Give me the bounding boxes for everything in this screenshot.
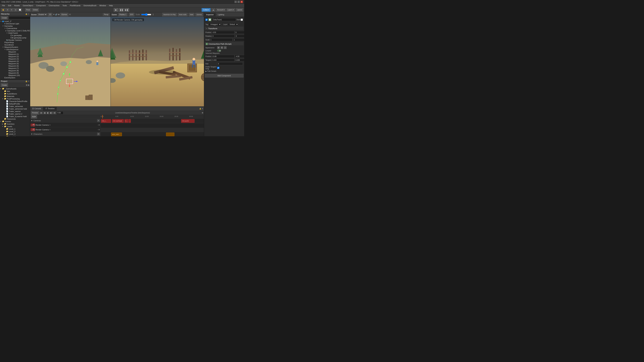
object-active-checkbox[interactable] [206, 18, 208, 21]
scene-view-area[interactable] [30, 17, 110, 106]
project-item-lv2a[interactable]: 📁 Level_2 [0, 130, 30, 133]
project-item-trailer_warrior2[interactable]: 📄 Trailer_warrior 2 [0, 112, 30, 115]
play-button[interactable]: ▶ [114, 8, 118, 12]
pivot-button[interactable]: Pivot [25, 8, 31, 12]
project-item-trailer_alch[interactable]: 📄 Trailer_alchemist [0, 105, 30, 108]
hierarchy-item-dolly1[interactable]: ▶ Gameplay Level 1 Dolly RO [0, 30, 30, 32]
hierarchy-item-wp5[interactable]: Waypoint (5) [0, 62, 30, 65]
hierarchy-item-gameplay[interactable]: ▼ Gameplay [0, 25, 30, 27]
timeline-settings-icon[interactable]: ⚙ [202, 112, 203, 114]
prefer-tangent-checkbox[interactable] [217, 67, 219, 69]
project-item-postprocessing[interactable]: ▼ 📁 PostProcessing [0, 98, 30, 100]
hierarchy-item-wp1[interactable]: Waypoint (1) [0, 53, 30, 55]
move-tool[interactable]: ✛ [6, 8, 10, 12]
tangent-x-field[interactable] [212, 58, 234, 62]
hierarchy-item-wp7[interactable]: Waypoint (7) [0, 67, 30, 70]
menu-item-file[interactable]: File [1, 4, 6, 7]
hierarchy-item-wpsystem[interactable]: ▼ WaypointSystem [0, 46, 30, 48]
step-button[interactable]: ▶❚ [124, 8, 129, 12]
menu-item-edit[interactable]: Edit [7, 4, 12, 7]
project-grid-icon[interactable]: ⊞ [28, 84, 29, 86]
menu-item-gameobject[interactable]: GameObject [22, 4, 34, 7]
menu-item-window[interactable]: Window [98, 4, 107, 7]
console-tab[interactable]: ☰ Console [30, 107, 43, 110]
hierarchy-item-playerninja[interactable]: PlayerNinja [0, 41, 30, 44]
project-item-audiomixers[interactable]: 📁 AudioMixers [0, 92, 30, 95]
hierarchy-item-cmgameplay[interactable]: Cm gameplay [0, 34, 30, 36]
menu-item-geometrybrush[interactable]: GeometryBrush [82, 4, 98, 7]
collab-button[interactable]: Collab ▾ [202, 8, 211, 12]
preview-button[interactable]: Preview [31, 111, 39, 115]
project-item-defaultprofile[interactable]: 📄 DefaultProfile [0, 102, 30, 105]
appearance-btn3[interactable]: ○ [224, 46, 226, 49]
layout-button[interactable]: Layout [236, 8, 243, 12]
maximize-button[interactable]: □ [238, 1, 240, 3]
looped-checkbox[interactable] [217, 50, 221, 52]
characters-section[interactable]: ▼ Characters + [30, 132, 100, 136]
hierarchy-create-button[interactable]: Create [1, 16, 8, 20]
hierarchy-item-debuglauncher[interactable]: DebugLauncher [0, 79, 30, 79]
timeline-time-input[interactable] [57, 112, 64, 114]
cloud-button[interactable]: ☁ [211, 8, 215, 12]
clip-cm-push2[interactable]: CM push2 [181, 119, 194, 123]
project-item-ads[interactable]: 📁 Ads [0, 90, 30, 92]
mute-audio-button[interactable]: Mute Audio [178, 13, 188, 16]
menu-icon[interactable]: ≡ [28, 13, 29, 15]
project-item-charselect[interactable]: 📄 CharacterSelectProfile [0, 100, 30, 102]
static-checkbox[interactable] [241, 18, 243, 21]
menu-item-pixelwizards[interactable]: PixelWizards [68, 4, 82, 7]
menu-item-help[interactable]: Help [108, 4, 114, 7]
appearance-btn1[interactable]: ⊞ [217, 46, 220, 49]
project-item-trailer_warrior_hold[interactable]: 📄 Trailer_6j warrior hold [0, 115, 30, 118]
hierarchy-item-wp2[interactable]: Waypoint (2) [0, 55, 30, 58]
scale-slider[interactable] [141, 13, 151, 16]
scene-fx-icon[interactable]: ⊕ [58, 14, 60, 16]
pos-x-field[interactable] [212, 31, 234, 34]
project-menu-icon[interactable]: ≡ [28, 80, 29, 82]
hierarchy-item-level1[interactable]: ▼ 🔷 Level_1* [0, 20, 30, 22]
timeline-tab[interactable]: ⏱ Timeline [43, 107, 57, 110]
project-item-trailer_warrior[interactable]: 📄 Trailer_warrior [0, 110, 30, 112]
hierarchy-item-wp10[interactable]: Waypoint (10) [0, 74, 30, 76]
hierarchy-item-soundtrack[interactable]: Soundtrack [0, 44, 30, 46]
project-item-lv4a[interactable]: 📁 Level_4 [0, 135, 30, 136]
timeline-prev-frame[interactable]: ◀ [43, 112, 46, 114]
clip-cm-c[interactable]: C... [124, 119, 128, 123]
path-details-row[interactable]: ▶ Path Details [205, 70, 244, 72]
hierarchy-item-rendercam[interactable]: 📷 Render Camera [0, 39, 30, 41]
hierarchy-item-dollytrack1[interactable]: ▼ DollyTrack1 [0, 32, 30, 34]
lock-icon-timeline[interactable]: 🔒 [199, 108, 201, 110]
add-component-button[interactable]: Add Component [205, 74, 244, 78]
project-item-gameassets[interactable]: ▼ 📁 _GameAssets [0, 88, 30, 90]
hierarchy-item-wp9[interactable]: Waypoint (9) [0, 72, 30, 74]
display-button[interactable]: Display 1 [118, 13, 128, 16]
minimize-button[interactable]: ─ [234, 1, 237, 3]
project-item-scenes[interactable]: ▼ 📁 Scenes [0, 120, 30, 122]
clip-audio-2[interactable] [166, 132, 174, 136]
track-binding-icon-2[interactable]: ⊙ [49, 129, 51, 130]
project-item-resources[interactable]: 📁 Resources [0, 118, 30, 120]
project-create-button[interactable]: Create [1, 83, 8, 87]
global-button[interactable]: Global [32, 8, 39, 12]
scale-x-field[interactable] [210, 38, 232, 41]
project-item-lv3a[interactable]: 📁 Level_3 [0, 133, 30, 135]
hierarchy-item-introsequence[interactable]: ▼ IntroSequence [0, 48, 30, 51]
tangent-y-field[interactable] [235, 58, 244, 62]
roll-field[interactable] [217, 62, 243, 65]
pos-y-field[interactable] [235, 31, 244, 34]
appearance-btn2[interactable]: ● [220, 46, 223, 49]
cinemachine-section[interactable]: C Cinemachine Path (Script) [205, 42, 244, 46]
close-button[interactable]: ✕ [240, 1, 243, 3]
rect-tool[interactable]: ⬜ [18, 8, 22, 12]
timeline-next-frame[interactable]: ▶| [50, 112, 53, 114]
hierarchy-item-cmgameplayjump[interactable]: CM gameplay jump [0, 36, 30, 39]
rot-x-field[interactable] [212, 34, 234, 38]
project-item-materials[interactable]: 📁 Materials [0, 95, 30, 98]
hand-tool[interactable]: ✋ [1, 8, 5, 12]
project-item-inventory[interactable]: ▶ 📁 Inventory [0, 122, 30, 125]
hierarchy-item-wp8[interactable]: Waypoint (8) [0, 70, 30, 72]
layers-button[interactable]: Layers ▾ [226, 8, 235, 12]
maximize-on-play-button[interactable]: Maximize On Play [162, 13, 177, 16]
project-item-lv1a[interactable]: 📁 Level_1 [0, 128, 30, 130]
wp-pos-x-field[interactable] [212, 55, 234, 58]
